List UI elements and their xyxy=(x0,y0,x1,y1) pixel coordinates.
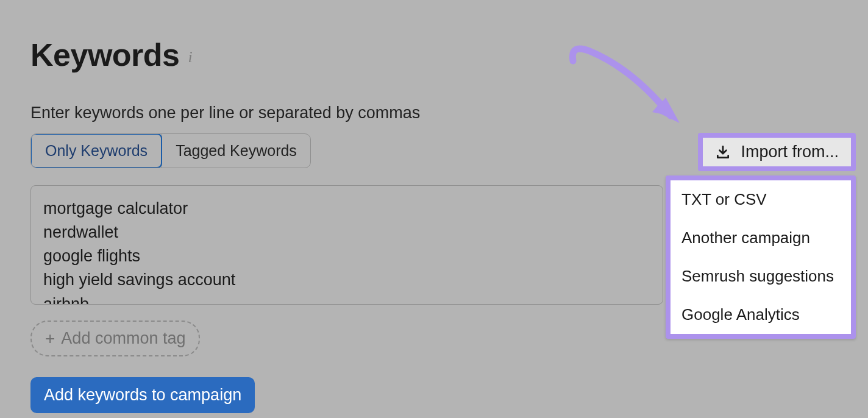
add-keywords-to-campaign-button[interactable]: Add keywords to campaign xyxy=(30,377,255,413)
import-option-google-analytics[interactable]: Google Analytics xyxy=(671,296,851,334)
import-from-button[interactable]: Import from... xyxy=(698,133,856,171)
annotation-arrow xyxy=(561,37,695,140)
info-icon[interactable]: i xyxy=(188,49,193,65)
page-title: Keywords xyxy=(30,37,180,73)
add-tag-label: Add common tag xyxy=(61,329,185,348)
add-common-tag-button[interactable]: + Add common tag xyxy=(30,321,200,356)
tab-only-keywords[interactable]: Only Keywords xyxy=(30,133,162,168)
import-option-txt-csv[interactable]: TXT or CSV xyxy=(671,180,851,219)
keywords-input[interactable] xyxy=(30,185,663,305)
tab-tagged-keywords[interactable]: Tagged Keywords xyxy=(162,134,310,168)
enter-keywords-subheading: Enter keywords one per line or separated… xyxy=(30,104,838,122)
import-button-label: Import from... xyxy=(741,143,839,161)
download-icon xyxy=(715,144,731,160)
keyword-mode-tabs: Only Keywords Tagged Keywords xyxy=(30,133,311,168)
import-option-semrush-suggestions[interactable]: Semrush suggestions xyxy=(671,257,851,296)
import-dropdown: TXT or CSV Another campaign Semrush sugg… xyxy=(666,175,856,339)
import-option-another-campaign[interactable]: Another campaign xyxy=(671,219,851,257)
plus-icon: + xyxy=(45,330,55,347)
